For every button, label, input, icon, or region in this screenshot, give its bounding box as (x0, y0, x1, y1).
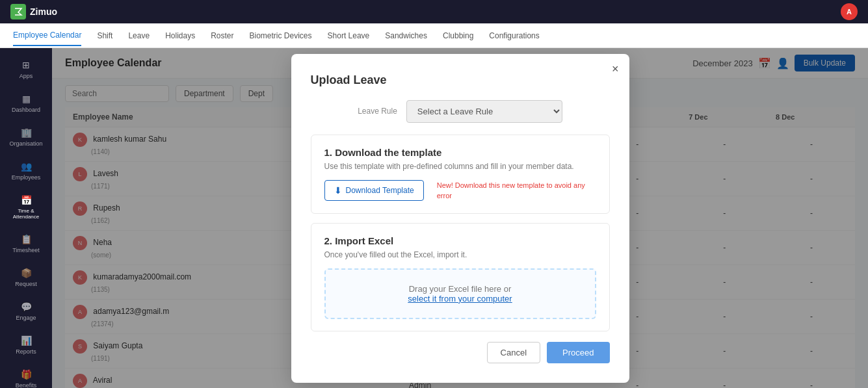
section2-title: 2. Import Excel (324, 235, 596, 246)
sidebar-item-time-attendance[interactable]: 📅 Time &Attendance (0, 190, 52, 224)
sidebar: ⊞ Apps ▦ Dashboard 🏢 Organisation 👥 Empl… (0, 48, 52, 388)
top-bar: Zimuo A (0, 0, 868, 23)
content-area: Employee Calendar December 2023 📅 👤 Bulk… (52, 48, 868, 388)
nav-biometric[interactable]: Biometric Devices (250, 26, 312, 45)
sidebar-item-apps[interactable]: ⊞ Apps (0, 55, 52, 83)
employees-icon: 👥 (20, 160, 33, 173)
section1-desc: Use this template with pre-defined colum… (324, 162, 596, 171)
nav-roster[interactable]: Roster (211, 26, 233, 45)
modal-close-button[interactable]: × (612, 63, 619, 75)
section2-desc: Once you've filled out the Excel, import… (324, 250, 596, 259)
cancel-button[interactable]: Cancel (487, 342, 540, 363)
modal-footer: Cancel Proceed (311, 342, 610, 363)
nav-sandwiches[interactable]: Sandwiches (385, 26, 427, 45)
nav-configurations[interactable]: Configurations (489, 26, 539, 45)
timesheet-icon: 📋 (20, 233, 33, 246)
modal-title: Upload Leave (311, 73, 610, 87)
user-avatar[interactable]: A (841, 3, 858, 20)
benefits-icon: 🎁 (20, 368, 33, 381)
engage-icon: 💬 (20, 300, 33, 313)
sidebar-item-reports[interactable]: 📊 Reports (0, 330, 52, 359)
leave-rule-label: Leave Rule (358, 107, 397, 116)
import-excel-section: 2. Import Excel Once you've filled out t… (311, 223, 610, 331)
nav-leave[interactable]: Leave (128, 26, 150, 45)
request-icon: 📦 (20, 266, 33, 279)
app-logo: Zimuo (10, 4, 57, 19)
new-template-notice: New! Download this new template to avoid… (437, 180, 596, 201)
nav-employee-calendar[interactable]: Employee Calendar (13, 25, 81, 46)
download-template-section: 1. Download the template Use this templa… (311, 135, 610, 214)
sidebar-item-benefits[interactable]: 🎁 Benefits (0, 364, 52, 388)
logo-icon (10, 4, 26, 19)
nav-holidays[interactable]: Holidays (165, 26, 195, 45)
sidebar-item-engage[interactable]: 💬 Engage (0, 296, 52, 325)
proceed-button[interactable]: Proceed (547, 342, 609, 363)
sidebar-item-organisation[interactable]: 🏢 Organisation (0, 122, 52, 151)
section1-action: ⬇ Download Template New! Download this n… (324, 180, 596, 201)
leave-rule-select[interactable]: Select a Leave Rule (406, 100, 562, 123)
download-template-button[interactable]: ⬇ Download Template (324, 180, 424, 201)
main-layout: ⊞ Apps ▦ Dashboard 🏢 Organisation 👥 Empl… (0, 48, 868, 388)
upload-link[interactable]: select it from your computer (408, 294, 512, 304)
download-icon: ⬇ (334, 185, 342, 196)
organisation-icon: 🏢 (20, 126, 33, 139)
apps-icon: ⊞ (20, 58, 33, 71)
modal-overlay: × Upload Leave Leave Rule Select a Leave… (52, 48, 868, 388)
upload-zone[interactable]: Drag your Excel file here or select it f… (324, 268, 596, 319)
upload-zone-text: Drag your Excel file here or select it f… (340, 284, 581, 304)
reports-icon: 📊 (20, 334, 33, 347)
sidebar-item-timesheet[interactable]: 📋 Timesheet (0, 229, 52, 257)
dashboard-icon: ▦ (20, 92, 33, 105)
sidebar-item-request[interactable]: 📦 Request (0, 263, 52, 291)
nav-bar: Employee Calendar Shift Leave Holidays R… (0, 23, 868, 48)
sidebar-item-dashboard[interactable]: ▦ Dashboard (0, 88, 52, 117)
sidebar-item-employees[interactable]: 👥 Employees (0, 156, 52, 185)
nav-short-leave[interactable]: Short Leave (328, 26, 370, 45)
time-attendance-icon: 📅 (20, 194, 33, 207)
upload-leave-modal: × Upload Leave Leave Rule Select a Leave… (291, 54, 629, 383)
section1-title: 1. Download the template (324, 147, 596, 158)
nav-shift[interactable]: Shift (97, 26, 112, 45)
nav-clubbing[interactable]: Clubbing (443, 26, 473, 45)
